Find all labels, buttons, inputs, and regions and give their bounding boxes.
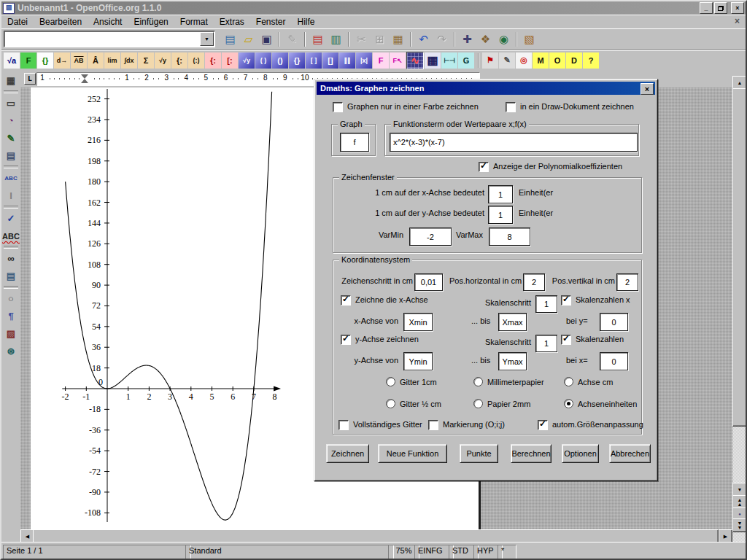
punkte-button[interactable]: Punkte (460, 444, 498, 463)
stylist-icon[interactable]: ❖ (476, 31, 495, 48)
menu-item[interactable]: Ansicht (88, 15, 128, 28)
checkbox-draw-x-axis[interactable]: Zeichne die x-Achse (341, 295, 428, 306)
cut-icon[interactable]: ✂ (352, 31, 371, 48)
menu-item[interactable]: Hilfe (292, 15, 321, 28)
dm-flag-icon[interactable]: ⚑ (482, 52, 498, 69)
indent-marker[interactable] (81, 74, 88, 83)
y-bis-field[interactable]: Ymax (498, 352, 527, 370)
radio-gitter-1cm[interactable]: Gitter 1cm (386, 377, 437, 386)
dm-bracket-icon[interactable]: [] (322, 52, 338, 69)
dm-integral-icon[interactable]: ∫dx (121, 52, 137, 69)
new-document-icon[interactable]: ▤ (221, 31, 239, 48)
document-close-button[interactable]: × (732, 16, 742, 26)
menu-item[interactable]: Extras (214, 15, 250, 28)
direct-cursor-icon[interactable]: I (2, 187, 20, 204)
dm-geometry-icon[interactable]: G (458, 52, 474, 69)
navigator-icon[interactable]: ✚ (458, 31, 476, 48)
dm-root-blue-icon[interactable]: √y (239, 52, 255, 69)
checkbox-draw-document[interactable]: in ein Draw-Dokument zeichnen (506, 102, 634, 112)
skalenschritt-x-field[interactable]: 1 (535, 295, 557, 313)
insert-frame-icon[interactable]: ▭ (2, 95, 20, 112)
dm-braces-green-icon[interactable]: {} (37, 52, 53, 69)
dm-bracket-wide-icon[interactable]: [ ] (306, 52, 322, 69)
x-unit-field[interactable]: 1 (488, 185, 513, 203)
radio-achse-cm[interactable]: Achse cm (564, 377, 613, 386)
menu-item[interactable]: Format (174, 15, 214, 28)
function-term-field[interactable]: x^2*(x-3)*(x-7) (390, 133, 638, 152)
abbrechen-button[interactable]: Abbrechen (609, 444, 651, 463)
dm-draw-graph-icon[interactable]: ∿ (406, 52, 424, 69)
dm-help-icon[interactable]: ? (583, 52, 599, 69)
checkbox-autosize[interactable]: autom.Größenanpassung (538, 420, 643, 430)
gallery-icon[interactable]: ▧ (520, 31, 538, 48)
insert-form-icon[interactable]: ▤ (2, 147, 20, 164)
dm-vector-icon[interactable]: d→ (54, 52, 70, 69)
dm-paren-colon-icon[interactable]: (:) (188, 52, 204, 69)
radio-millimeterpapier[interactable]: Millimeterpapier (473, 377, 544, 386)
online-layout-icon[interactable]: ⊛ (2, 343, 20, 359)
radio-gitter-halb-cm[interactable]: Gitter ½ cm (386, 399, 441, 408)
dm-bracket-red-icon[interactable]: [: (222, 52, 238, 69)
skalenschritt-y-field[interactable]: 1 (535, 335, 557, 352)
dm-D-icon[interactable]: D (566, 52, 582, 69)
autospellcheck-icon[interactable]: ABC (2, 228, 20, 244)
dialog-close-button[interactable]: × (640, 83, 654, 95)
dm-abs-icon[interactable]: |x| (356, 52, 372, 69)
checkbox-skalenzahlen-x[interactable]: Skalenzahlen x (561, 295, 630, 306)
combo-dropdown-button[interactable]: ▼ (200, 32, 214, 46)
menu-item[interactable]: Datei (1, 15, 34, 28)
save-icon[interactable]: ▣ (258, 31, 276, 48)
bei-x-field[interactable]: 0 (600, 352, 628, 370)
optionen-button[interactable]: Optionen (562, 444, 599, 463)
menu-item[interactable]: Bearbeiten (34, 15, 88, 28)
dm-braces-blue-icon[interactable]: {} (289, 52, 305, 69)
vertical-scrollbar[interactable]: ▲ ▼ ▲▲ ● ▼▼ (732, 76, 746, 542)
bei-y-field[interactable]: 0 (600, 313, 628, 331)
minimize-button[interactable]: _ (700, 2, 713, 14)
dm-grid-icon[interactable]: ▦ (425, 52, 441, 69)
window-titlebar[interactable]: ▤ Unbenannt1 - OpenOffice.org 1.1.0 _ × (1, 1, 746, 15)
open-icon[interactable]: ▱ (239, 31, 258, 48)
data-sources-icon[interactable]: ▤ (2, 268, 20, 284)
x-bis-field[interactable]: Xmax (498, 313, 527, 331)
dm-target-icon[interactable]: ◎ (516, 52, 532, 69)
dm-brace-red-icon[interactable]: {: (205, 52, 221, 69)
close-button[interactable]: × (731, 2, 744, 14)
dm-sqrt-a-icon[interactable]: √a (4, 52, 20, 69)
paste-icon[interactable]: ▦ (389, 31, 407, 48)
dm-hat-icon[interactable]: Â (88, 52, 104, 69)
insert-chart-icon[interactable]: ◔ (2, 112, 20, 129)
neue-funktion-button[interactable]: Neue Funktion (378, 444, 447, 463)
dm-norm-icon[interactable]: ∥∥ (339, 52, 355, 69)
zeichenschritt-field[interactable]: 0,01 (414, 273, 443, 291)
redo-icon[interactable]: ↷ (433, 31, 451, 48)
nonprinting-chars-icon[interactable]: ¶ (2, 308, 20, 324)
checkbox-vollstaendiges-gitter[interactable]: Vollständiges Gitter (338, 420, 422, 430)
dm-brace-colon-icon[interactable]: {: (171, 52, 187, 69)
export-pdf-icon[interactable]: ▤ (309, 31, 327, 48)
berechnen-button[interactable]: Berechnen (511, 444, 551, 463)
find-icon[interactable]: ∞ (2, 250, 20, 267)
dm-M-icon[interactable]: M (533, 52, 549, 69)
vertical-scroll-thumb[interactable] (732, 88, 747, 427)
page-indicator[interactable]: Seite 1 / 1 (3, 545, 191, 560)
checkbox-markierung[interactable]: Markierung (O;i;j) (428, 420, 505, 430)
edit-file-icon[interactable]: ✎ (283, 31, 301, 48)
checkbox-polynomial-coefficients[interactable]: Anzeige der Polynomialkoeffizienten (479, 162, 622, 172)
zoom-icon[interactable]: ○ (2, 290, 20, 307)
radio-achseneinheiten[interactable]: Achseneinheiten (564, 399, 637, 408)
insert-mode[interactable]: EINFG (414, 545, 454, 560)
pos-horizontal-field[interactable]: 2 (523, 273, 545, 291)
dialog-titlebar[interactable]: Dmaths: Graphen zeichnen (317, 82, 655, 95)
dm-paren-icon[interactable]: () (272, 52, 288, 69)
dm-interval-icon[interactable]: ⊢⊣ (441, 52, 457, 69)
copy-icon[interactable]: ⊞ (371, 31, 389, 48)
autotext-icon[interactable]: ABC (2, 170, 20, 187)
y-von-field[interactable]: Ymin (403, 352, 433, 370)
modified-flag[interactable]: * (498, 545, 516, 560)
menu-item[interactable]: Einfügen (128, 15, 174, 28)
menu-item[interactable]: Fenster (250, 15, 292, 28)
dm-function-pointer-icon[interactable]: F↖ (390, 52, 406, 69)
pos-vertikal-field[interactable]: 2 (616, 273, 638, 291)
radio-papier-2mm[interactable]: Papier 2mm (473, 399, 530, 408)
